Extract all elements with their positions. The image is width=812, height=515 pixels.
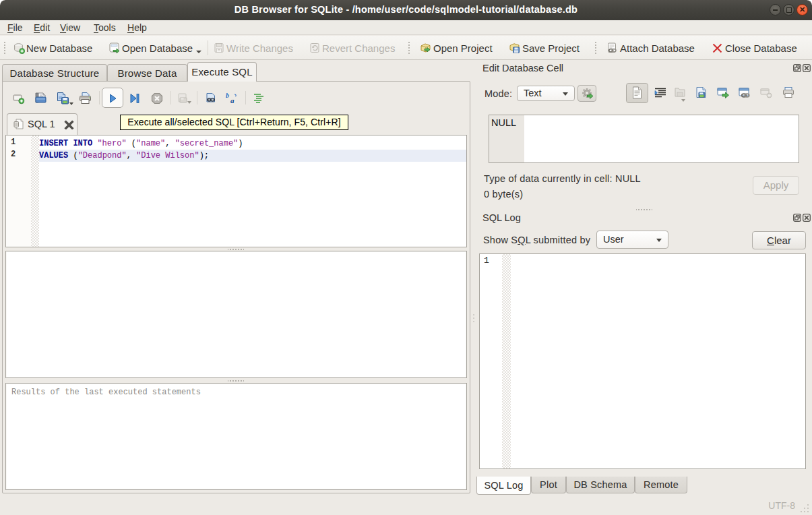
svg-text:a: a — [230, 96, 235, 104]
svg-text:b: b — [226, 92, 229, 99]
